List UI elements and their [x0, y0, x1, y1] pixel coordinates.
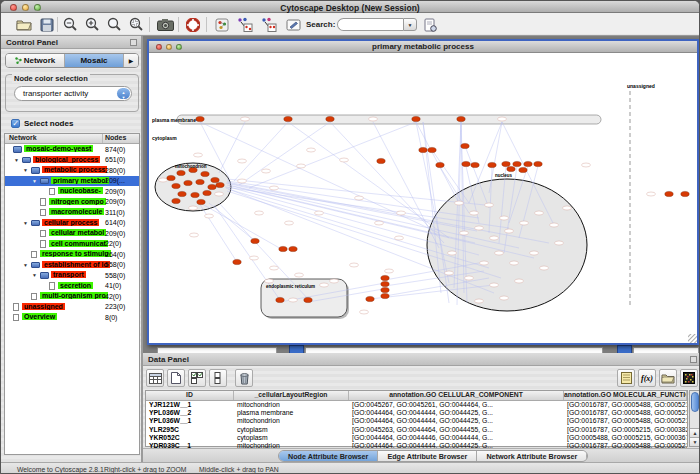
graph-node-white[interactable] — [355, 196, 364, 200]
tree-row-cellular-metabol[interactable]: cellular metabol209(0) — [5, 228, 139, 239]
scroll-up-icon[interactable]: ▲ — [690, 428, 700, 437]
graph-node-white[interactable] — [445, 271, 454, 275]
scroll-down-icon[interactable]: ▼ — [690, 437, 700, 446]
graph-node-white[interactable] — [530, 251, 539, 255]
tree-expand-icon[interactable]: ▼ — [23, 220, 28, 226]
tab-mosaic[interactable]: Mosaic — [65, 54, 124, 67]
graph-node-red[interactable] — [208, 184, 216, 189]
tree-expand-icon[interactable]: ▼ — [14, 157, 19, 163]
function-builder-icon[interactable]: f(x) — [638, 369, 656, 387]
graph-node-white[interactable] — [505, 229, 514, 233]
graph-node-white[interactable] — [510, 261, 519, 265]
network-view-titlebar[interactable]: primary metabolic process — [149, 41, 697, 53]
table-scrollbar[interactable]: ▲ ▼ — [689, 390, 700, 447]
attribute-batch-icon[interactable] — [617, 369, 635, 387]
table-row[interactable]: YPL036W__1mitochondrion[GO:0044464, GO:0… — [146, 417, 687, 425]
table-column-header[interactable]: _cellularLayoutRegion — [234, 391, 349, 400]
graph-node-white[interactable] — [315, 211, 324, 215]
node-color-dropdown[interactable]: transporter activity ▲▼ — [14, 86, 132, 101]
graph-node-red[interactable] — [197, 199, 205, 204]
graph-node-white[interactable] — [490, 236, 499, 240]
tab-network[interactable]: Network — [6, 54, 65, 67]
graph-node-white[interactable] — [480, 261, 489, 265]
graph-node-white[interactable] — [500, 216, 509, 220]
graph-node-red[interactable] — [412, 116, 420, 121]
search-input[interactable] — [337, 18, 403, 31]
graph-node-red[interactable] — [184, 180, 192, 185]
tree-row-overview[interactable]: Overview8(0) — [5, 312, 139, 323]
tree-row-unassigned[interactable]: unassigned223(0) — [5, 302, 139, 313]
select-nodes-checkbox[interactable]: ✓ — [11, 119, 20, 128]
search-dropdown-button[interactable]: ▼ — [403, 18, 417, 31]
graph-node-white[interactable] — [375, 221, 384, 225]
graph-node-red[interactable] — [524, 161, 532, 166]
graph-node-white[interactable] — [475, 226, 484, 230]
open-file-icon[interactable] — [15, 16, 33, 33]
graph-node-red[interactable] — [519, 167, 527, 172]
tree-expand-icon[interactable]: ▼ — [32, 178, 37, 184]
graph-node-red[interactable] — [279, 246, 287, 251]
graph-node-white[interactable] — [241, 117, 250, 121]
graph-node-red[interactable] — [366, 296, 374, 301]
graph-node-white[interactable] — [515, 279, 524, 283]
delete-attribute-icon[interactable] — [235, 369, 253, 387]
graph-node-white[interactable] — [475, 299, 484, 303]
layout-alt-icon[interactable] — [260, 16, 278, 33]
table-row[interactable]: YLR295Ccytoplasm[GO:0045263, GO:0044464,… — [146, 426, 687, 434]
tree-row-secretion[interactable]: secretion41(0) — [5, 281, 139, 292]
unselect-attributes-icon[interactable] — [209, 369, 227, 387]
tab-node-attribute-browser[interactable]: Node Attribute Browser — [279, 451, 378, 461]
zoom-selected-icon[interactable] — [127, 16, 145, 33]
tree-row-transport[interactable]: ▼transport558(0) — [5, 270, 139, 281]
graph-node-white[interactable] — [307, 148, 316, 152]
tree-row-primary-metabol[interactable]: ▼primary metabol209(... — [5, 176, 139, 187]
graph-node-white[interactable] — [265, 279, 274, 283]
graph-node-white[interactable] — [465, 276, 474, 280]
graph-node-red[interactable] — [428, 147, 436, 152]
annotation-icon[interactable] — [284, 16, 302, 33]
graph-node-white[interactable] — [397, 211, 406, 215]
graph-node-red[interactable] — [276, 297, 284, 302]
graph-node-white[interactable] — [250, 256, 259, 260]
graph-node-white[interactable] — [563, 206, 572, 210]
graph-node-white[interactable] — [190, 233, 199, 237]
tree-row-cell-communicat[interactable]: cell communicat22(0) — [5, 239, 139, 250]
tree-column-nodes[interactable]: Nodes — [103, 134, 139, 143]
graph-node-white[interactable] — [520, 221, 529, 225]
graph-node-white[interactable] — [385, 269, 394, 273]
save-icon[interactable] — [38, 16, 56, 33]
tree-column-network[interactable]: Network — [5, 134, 103, 143]
graph-node-red[interactable] — [172, 198, 180, 203]
tab-overflow-button[interactable]: ▶ — [124, 54, 138, 67]
graph-node-red[interactable] — [216, 182, 224, 187]
graph-node-white[interactable] — [455, 201, 464, 205]
graph-node-red[interactable] — [488, 162, 496, 167]
graph-node-red[interactable] — [502, 161, 510, 166]
tab-network-attribute-browser[interactable]: Network Attribute Browser — [477, 451, 587, 461]
zoom-fit-icon[interactable] — [105, 16, 123, 33]
graph-node-red[interactable] — [534, 161, 542, 166]
graph-node-red[interactable] — [178, 191, 186, 196]
table-row[interactable]: YPL036W__2plasma membrane[GO:0044464, GO… — [146, 409, 687, 417]
graph-node-white[interactable] — [238, 179, 247, 183]
graph-node-red[interactable] — [377, 158, 385, 163]
graph-node-white[interactable] — [500, 296, 509, 300]
layout-icon[interactable] — [236, 16, 254, 33]
tree-row-multi-organism-pro[interactable]: multi-organism pro42(0) — [5, 291, 139, 302]
graph-node-red[interactable] — [681, 191, 689, 196]
graph-node-red[interactable] — [233, 259, 241, 264]
resize-grip[interactable] — [688, 334, 697, 343]
tree-row-nitrogen-compo[interactable]: nitrogen compo209(0) — [5, 197, 139, 208]
tree-row-cellular-process[interactable]: ▼cellular process614(0) — [5, 218, 139, 229]
graph-node-white[interactable] — [340, 158, 349, 162]
graph-node-red[interactable] — [203, 190, 211, 195]
graph-node-red[interactable] — [201, 171, 209, 176]
graph-node-white[interactable] — [330, 279, 339, 283]
graph-node-red[interactable] — [513, 161, 521, 166]
graph-node-white[interactable] — [350, 263, 359, 267]
graph-node-white[interactable] — [189, 206, 198, 210]
tree-row-mosaic-demo-yeast[interactable]: mosaic-demo-yeast874(0) — [5, 144, 139, 155]
graph-node-red[interactable] — [457, 116, 465, 121]
float-panel-icon[interactable] — [130, 39, 137, 46]
table-row[interactable]: YKR052Ccytoplasm[GO:0044464, GO:0044446,… — [146, 434, 687, 442]
